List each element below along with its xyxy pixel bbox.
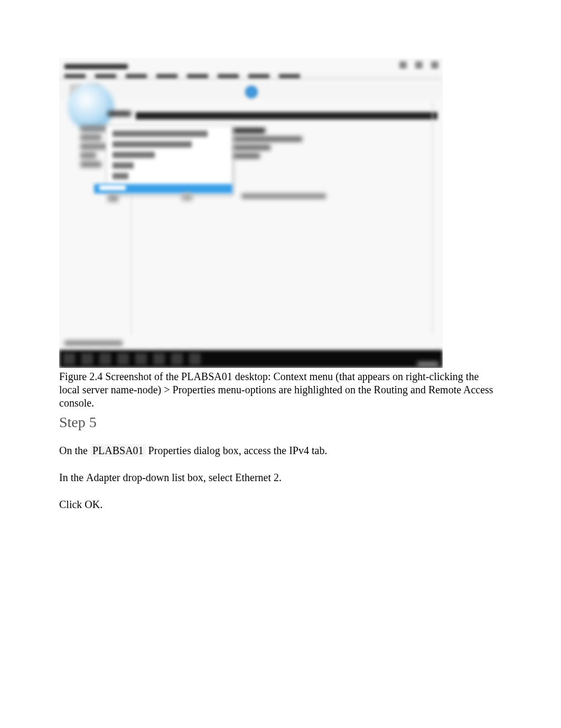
sub-context-panel: [231, 125, 324, 162]
text-suffix: tab.: [309, 445, 327, 456]
taskbar-clock: [417, 362, 438, 367]
context-menu-highlight-label: [99, 185, 126, 190]
properties-term: Properties: [146, 445, 191, 456]
window-controls: [399, 61, 438, 69]
server-name: PLABSA01: [90, 444, 146, 457]
divider-vertical-right: [432, 102, 433, 333]
header-label: [108, 111, 131, 116]
step-heading: Step 5: [59, 414, 502, 431]
text-middle2: drop-down list box, select: [120, 472, 236, 483]
instruction-line-1: On the PLABSA01 Properties dialog box, a…: [59, 443, 502, 459]
text-prefix2: In the: [59, 472, 86, 483]
screenshot-image: [59, 58, 443, 368]
text-middle: dialog box, access the: [191, 445, 289, 456]
menubar: [59, 72, 443, 81]
figure-caption: Figure 2.4 Screenshot of the PLABSA01 de…: [59, 370, 502, 410]
status-label: [64, 340, 123, 346]
tree-icon: [108, 195, 118, 202]
adapter-term: Adapter: [86, 472, 120, 483]
divider-vertical: [131, 196, 132, 334]
figure-screenshot: Figure 2.4 Screenshot of the PLABSA01 de…: [59, 58, 502, 410]
text-prefix: On the: [59, 445, 90, 456]
ipv4-term: IPv4: [289, 445, 309, 456]
instruction-line-2: In the Adapter drop-down list box, selec…: [59, 469, 502, 486]
avatar-icon: [245, 86, 258, 98]
header-bar: [136, 112, 437, 119]
ethernet-term: Ethernet 2.: [235, 472, 282, 483]
middle-icon: [182, 193, 192, 201]
description-text: [241, 193, 326, 199]
instruction-line-3: Click OK.: [59, 496, 502, 513]
window-titlebar: [59, 61, 443, 72]
taskbar: [59, 350, 443, 368]
